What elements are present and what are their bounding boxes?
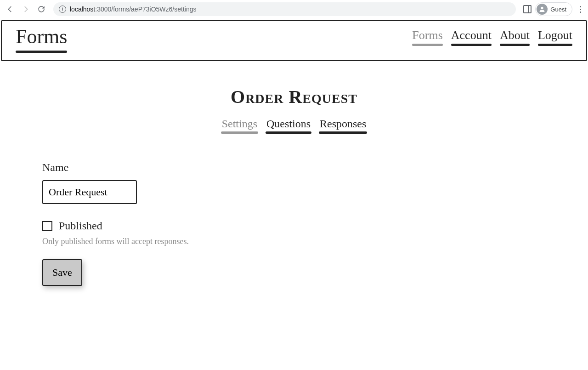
published-checkbox[interactable]	[42, 221, 52, 231]
arrow-left-icon	[6, 5, 14, 13]
browser-menu-button[interactable]	[576, 4, 584, 15]
side-panel-icon[interactable]	[523, 5, 531, 13]
url-text: localhost:3000/forms/aeP73iO5Wz6/setting…	[70, 6, 197, 13]
nav-forms[interactable]: Forms	[412, 28, 442, 46]
browser-chrome: i localhost:3000/forms/aeP73iO5Wz6/setti…	[0, 0, 588, 18]
browser-right-controls: Guest	[523, 2, 584, 16]
browser-address-bar[interactable]: i localhost:3000/forms/aeP73iO5Wz6/setti…	[53, 2, 516, 16]
tab-questions[interactable]: Questions	[266, 118, 311, 134]
arrow-right-icon	[22, 5, 30, 13]
browser-forward-button[interactable]	[19, 3, 32, 16]
nav-about[interactable]: About	[500, 28, 530, 46]
settings-form: Name Published Only published forms will…	[42, 161, 281, 286]
avatar-icon	[537, 4, 548, 15]
app-container: Forms Forms Account About Logout	[1, 20, 587, 61]
browser-back-button[interactable]	[4, 3, 17, 16]
main-content: Order Request Settings Questions Respons…	[0, 86, 588, 304]
page-title: Order Request	[42, 86, 546, 108]
svg-point-0	[541, 7, 543, 9]
published-row: Published	[42, 220, 281, 232]
save-button[interactable]: Save	[42, 259, 82, 286]
tab-settings[interactable]: Settings	[221, 118, 258, 134]
published-helper-text: Only published forms will accept respons…	[42, 237, 281, 246]
published-label: Published	[59, 220, 102, 232]
reload-icon	[37, 5, 45, 13]
profile-label: Guest	[550, 6, 566, 13]
browser-reload-button[interactable]	[35, 3, 48, 16]
brand-logo[interactable]: Forms	[16, 25, 67, 53]
top-nav: Forms Account About Logout	[412, 28, 572, 46]
nav-logout[interactable]: Logout	[538, 28, 572, 46]
tab-responses[interactable]: Responses	[319, 118, 367, 134]
form-tabs: Settings Questions Responses	[42, 118, 546, 134]
name-input[interactable]	[42, 180, 137, 204]
profile-chip[interactable]: Guest	[535, 2, 572, 16]
nav-account[interactable]: Account	[451, 28, 492, 46]
site-info-icon[interactable]: i	[59, 6, 66, 13]
app-header: Forms Forms Account About Logout	[2, 21, 586, 60]
name-label: Name	[42, 161, 281, 174]
